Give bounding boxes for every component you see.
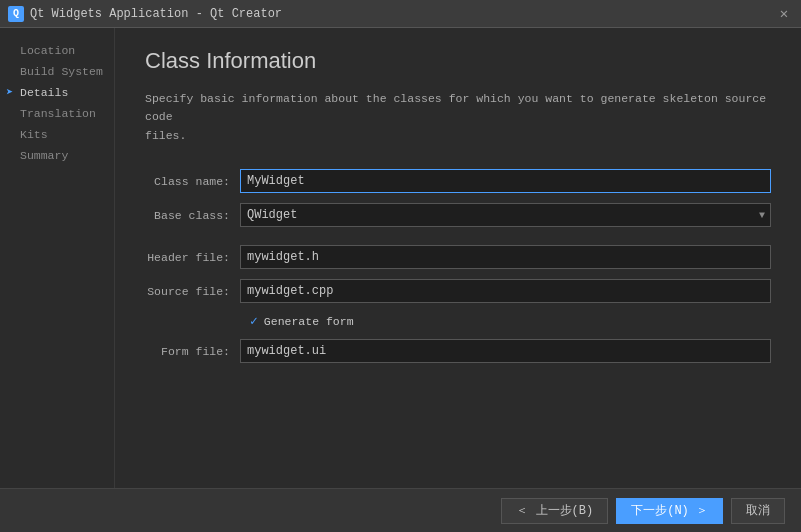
title-bar: Q Qt Widgets Application - Qt Creator ✕ [0, 0, 801, 28]
sidebar-label-kits: Kits [20, 128, 48, 141]
base-class-select[interactable]: QWidget QMainWindow QDialog [240, 203, 771, 227]
sidebar-label-summary: Summary [20, 149, 68, 162]
generate-form-label: Generate form [264, 315, 354, 328]
page-title: Class Information [145, 48, 771, 74]
sidebar-item-location[interactable]: Location [0, 40, 114, 61]
sidebar-item-build-system[interactable]: Build System [0, 61, 114, 82]
sidebar: Location Build System ➤ Details Translat… [0, 28, 115, 532]
header-file-row: Header file: [145, 245, 771, 269]
next-button[interactable]: 下一步(N) ＞ [616, 498, 723, 524]
form-file-input[interactable] [240, 339, 771, 363]
source-file-input[interactable] [240, 279, 771, 303]
close-button[interactable]: ✕ [775, 5, 793, 23]
base-class-row: Base class: QWidget QMainWindow QDialog … [145, 203, 771, 227]
checkbox-checked-icon: ✓ [250, 313, 258, 329]
source-file-label: Source file: [145, 285, 240, 298]
main-layout: Location Build System ➤ Details Translat… [0, 28, 801, 532]
sidebar-label-build-system: Build System [20, 65, 103, 78]
sidebar-item-summary[interactable]: Summary [0, 145, 114, 166]
class-name-label: Class name: [145, 175, 240, 188]
back-button[interactable]: ＜ 上一步(B) [501, 498, 608, 524]
title-class-word: Class [145, 48, 200, 73]
sidebar-item-translation[interactable]: Translation [0, 103, 114, 124]
sidebar-item-details[interactable]: ➤ Details [0, 82, 114, 103]
base-class-select-wrapper: QWidget QMainWindow QDialog ▼ [240, 203, 771, 227]
sidebar-item-kits[interactable]: Kits [0, 124, 114, 145]
app-icon: Q [8, 6, 24, 22]
window-title: Qt Widgets Application - Qt Creator [30, 7, 282, 21]
source-file-row: Source file: [145, 279, 771, 303]
class-name-input[interactable] [240, 169, 771, 193]
form-file-label: Form file: [145, 345, 240, 358]
form-file-row: Form file: [145, 339, 771, 363]
generate-form-row: ✓ Generate form [145, 313, 771, 329]
header-file-input[interactable] [240, 245, 771, 269]
form-spacer-1 [145, 237, 771, 245]
sidebar-label-location: Location [20, 44, 75, 57]
cancel-button[interactable]: 取消 [731, 498, 785, 524]
header-file-label: Header file: [145, 251, 240, 264]
title-bar-left: Q Qt Widgets Application - Qt Creator [8, 6, 282, 22]
content-area: Class Information Specify basic informat… [115, 28, 801, 532]
active-arrow-icon: ➤ [6, 85, 13, 100]
class-name-row: Class name: [145, 169, 771, 193]
title-information-word: Information [206, 48, 316, 73]
sidebar-label-translation: Translation [20, 107, 96, 120]
description-text: Specify basic information about the clas… [145, 90, 771, 145]
footer: ＜ 上一步(B) 下一步(N) ＞ 取消 [0, 488, 801, 532]
sidebar-label-details: Details [20, 86, 68, 99]
base-class-label: Base class: [145, 209, 240, 222]
